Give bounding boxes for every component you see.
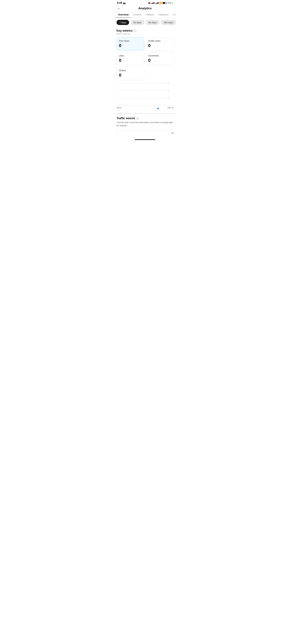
nav-tabs: Overview Content Viewers Followers LIVE — [114, 12, 176, 18]
wifi-icon: 📶 — [159, 2, 162, 4]
pill-7days[interactable]: 7 days — [116, 20, 129, 25]
chart-y-label-2: 2 — [168, 90, 169, 92]
key-metrics-date-range: Nov 6 - Nov 12 — [116, 33, 174, 35]
metrics-row-1: Post views 0 Profile views 0 — [116, 37, 174, 50]
chart-y-label-1: 1 — [168, 97, 169, 99]
traffic-source-info-icon[interactable]: i — [136, 117, 139, 120]
page-title: Analytics — [138, 6, 152, 10]
likes-value: 0 — [119, 58, 142, 63]
chart-x-axis: Nov 6 Nov 12 — [116, 105, 174, 111]
section-divider — [114, 113, 176, 114]
status-bar: 8:28 📷 🔇 📶 77% — [114, 0, 176, 5]
chart-dot — [157, 108, 159, 109]
likes-label: Likes — [119, 54, 142, 57]
home-indicator — [114, 138, 176, 141]
key-metrics-info-icon[interactable]: i — [134, 30, 136, 32]
shares-label: Shares — [119, 69, 142, 72]
metric-card-profile-views[interactable]: Profile views 0 — [146, 37, 174, 50]
traffic-source-description: You'll be able to see this information o… — [116, 121, 174, 127]
metrics-row-2: Likes 0 Comments 0 — [116, 52, 174, 65]
status-icons: 🔇 📶 77% — [148, 2, 173, 4]
comments-value: 0 — [148, 58, 171, 63]
pill-365days[interactable]: 365 days — [161, 20, 176, 25]
camera-icon: 📷 — [123, 2, 126, 4]
traffic-source-title: Traffic source i — [116, 117, 174, 120]
chart-x-start: Nov 6 — [116, 106, 122, 109]
battery-percent: 77% — [167, 2, 171, 4]
chart-line-2: 2 — [116, 90, 169, 91]
comments-label: Comments — [148, 54, 171, 57]
key-metrics-section: Key metrics i Nov 6 - Nov 12 Post views … — [114, 27, 176, 80]
metric-card-comments[interactable]: Comments 0 — [146, 52, 174, 65]
mute-icon: 🔇 — [148, 2, 150, 4]
header: ← Analytics — [114, 5, 176, 12]
date-range-selector: 7 days 28 days 60 days 365 days Cu — [114, 18, 176, 27]
tab-followers[interactable]: Followers — [156, 12, 171, 18]
chart-grid: 3 2 1 — [116, 83, 174, 105]
metric-card-likes[interactable]: Likes 0 — [116, 52, 144, 65]
chart-area: 3 2 1 Nov 6 Nov 12 — [114, 82, 176, 111]
signal-bars-1 — [151, 2, 154, 4]
metrics-row-3: Shares 0 — [116, 67, 174, 80]
traffic-row-key: - — [116, 132, 117, 134]
chart-x-end: Nov 12 — [168, 106, 174, 109]
status-time: 8:28 — [117, 2, 122, 4]
tab-overview[interactable]: Overview — [116, 12, 131, 18]
tab-live[interactable]: LIVE — [171, 12, 176, 18]
shares-value: 0 — [119, 73, 142, 78]
pill-28days[interactable]: 28 days — [130, 20, 144, 25]
home-bar — [135, 139, 155, 140]
post-views-value: 0 — [119, 43, 142, 48]
metric-card-shares[interactable]: Shares 0 — [116, 67, 144, 80]
tab-viewers[interactable]: Viewers — [144, 12, 156, 18]
battery-indicator: 77% — [162, 2, 173, 4]
traffic-source-section: Traffic source i You'll be able to see t… — [114, 114, 176, 138]
tab-content[interactable]: Content — [131, 12, 144, 18]
pill-60days[interactable]: 60 days — [146, 20, 160, 25]
back-button[interactable]: ← — [117, 6, 120, 10]
key-metrics-title: Key metrics i — [116, 29, 174, 32]
profile-views-value: 0 — [148, 43, 171, 48]
post-views-label: Post views — [119, 40, 142, 42]
signal-bars-2 — [156, 2, 159, 4]
traffic-data-row: - -% — [116, 130, 174, 136]
traffic-row-value: -% — [171, 132, 174, 134]
metric-card-post-views[interactable]: Post views 0 — [116, 37, 144, 50]
chart-y-label-3: 3 — [168, 82, 169, 84]
profile-views-label: Profile views — [148, 40, 171, 42]
green-dot — [172, 2, 173, 4]
